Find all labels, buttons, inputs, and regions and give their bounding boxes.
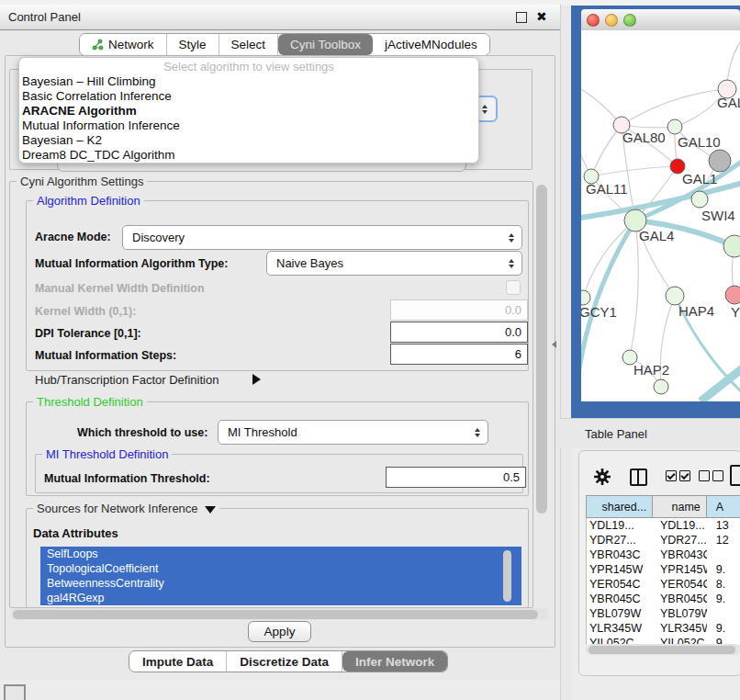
algorithm-definition-title: Algorithm Definition [33, 194, 144, 208]
column-header-shared[interactable]: shared... [587, 496, 653, 518]
table-cell: YER054C [653, 577, 707, 592]
table-panel-title: Table Panel [585, 427, 647, 441]
data-attributes-list[interactable]: SelfLoopsTopologicalCoefficientBetweenne… [40, 547, 521, 606]
columns-icon[interactable] [630, 469, 647, 486]
algorithm-option[interactable]: Dream8 DC_TDC Algorithm [19, 148, 478, 163]
kernel-width-field[interactable]: 0.0 [390, 299, 528, 321]
algorithm-option[interactable]: Mutual Information Inference [19, 119, 478, 133]
table-horizontal-scrollbar-thumb[interactable] [589, 646, 735, 654]
tab-infer-network[interactable]: Infer Network [342, 651, 447, 672]
apply-button-label: Apply [264, 625, 296, 638]
table-cell: YER054C [587, 577, 653, 592]
tab-discretize-data[interactable]: Discretize Data [227, 651, 342, 672]
network-node-gal10[interactable] [667, 119, 682, 134]
algorithm-option[interactable]: Bayesian – K2 [19, 133, 478, 148]
network-node[interactable] [723, 235, 740, 257]
tab-jactivemnodules-label: jActiveMNodules [385, 38, 477, 51]
table-row[interactable]: YLR345WYLR345W9. [587, 621, 740, 636]
table-header-row: shared... name A [586, 495, 740, 518]
table-row[interactable]: YBL079WYBL079W [587, 606, 740, 621]
kernel-width-label: Kernel Width (0,1): [35, 305, 136, 318]
data-attribute-item[interactable]: gal4RGexp [40, 591, 521, 605]
settings-horizontal-scrollbar-thumb[interactable] [13, 610, 538, 619]
zoom-traffic-light-icon[interactable] [623, 14, 636, 27]
tab-style-label: Style [179, 38, 207, 51]
algorithm-option[interactable]: ARACNE Algorithm [19, 104, 478, 119]
settings-horizontal-scrollbar[interactable] [11, 608, 549, 620]
column-header-third[interactable]: A [707, 496, 740, 518]
mi-type-combo[interactable]: Naive Bayes [266, 251, 522, 276]
settings-vertical-scrollbar[interactable] [536, 185, 547, 514]
hub-definition-toggle[interactable]: Hub/Transcription Factor Definition [35, 373, 219, 387]
table-rows[interactable]: YDL19...YDL19...13YDR27...YDR27...12YBR0… [586, 518, 740, 645]
close-traffic-light-icon[interactable] [587, 14, 600, 27]
algorithm-option[interactable]: Basic Correlation Inference [19, 89, 478, 104]
data-attribute-item[interactable]: TopologicalCoefficient [40, 561, 521, 576]
hub-expand-arrow-icon[interactable] [252, 374, 261, 385]
tab-cyni-toolbox[interactable]: Cyni Toolbox [278, 34, 373, 55]
apply-button[interactable]: Apply [248, 621, 311, 642]
table-row[interactable]: YER054CYER054C8. [587, 577, 740, 592]
sources-title: Sources for Network Inference [33, 502, 219, 515]
table-row[interactable]: YBR043CYBR043C [587, 548, 740, 562]
network-node-hap4[interactable] [666, 287, 684, 305]
network-node[interactable] [654, 379, 668, 394]
table-horizontal-scrollbar[interactable] [586, 644, 740, 655]
network-node-y[interactable] [725, 286, 740, 304]
mi-threshold-field[interactable]: 0.5 [386, 467, 526, 488]
minimized-panel-icon[interactable] [4, 684, 26, 700]
sources-title-text: Sources for Network Inference [37, 502, 198, 515]
close-icon[interactable]: ✖ [536, 9, 547, 24]
tab-style[interactable]: Style [167, 34, 219, 55]
mi-type-label: Mutual Information Algorithm Type: [35, 257, 228, 270]
stepper-down-icon [482, 110, 488, 114]
data-attribute-item[interactable]: SelfLoops [40, 547, 521, 561]
which-threshold-value: MI Threshold [228, 425, 471, 439]
aracne-mode-combo[interactable]: Discovery [122, 225, 522, 250]
algorithm-option[interactable]: Bayesian – Hill Climbing [19, 74, 478, 89]
table-cell: 12 [707, 533, 740, 548]
network-edge[interactable] [591, 166, 678, 176]
manual-kernel-checkbox[interactable] [506, 280, 521, 295]
network-window-titlebar[interactable] [581, 9, 740, 31]
column-header-name[interactable]: name [653, 496, 707, 518]
network-node-gcy1[interactable] [581, 290, 590, 305]
table-row[interactable]: YDR27...YDR27...12 [587, 533, 740, 548]
document-icon[interactable] [730, 465, 740, 486]
algorithm-dropdown-popup: Select algorithm to view settings Bayesi… [18, 57, 479, 164]
aracne-mode-value: Discovery [132, 231, 505, 244]
tab-jactivemnodules[interactable]: jActiveMNodules [373, 34, 489, 55]
hub-definition-label: Hub/Transcription Factor Definition [35, 373, 219, 387]
minimize-traffic-light-icon[interactable] [605, 14, 618, 27]
table-cell [707, 606, 740, 621]
network-edge[interactable] [630, 220, 638, 357]
table-row[interactable]: YPR145WYPR145W9. [587, 562, 740, 577]
float-window-icon[interactable] [516, 12, 527, 23]
table-row[interactable]: YBR045CYBR045C9. [587, 592, 740, 606]
combo-stepper-icon [471, 428, 484, 437]
network-node-label: SWI4 [701, 208, 735, 223]
network-edge[interactable] [591, 125, 622, 176]
select-all-columns-icon[interactable] [666, 470, 693, 481]
tab-network[interactable]: Network [80, 34, 167, 55]
data-attribute-item[interactable]: BetweennessCentrality [40, 576, 521, 591]
which-threshold-combo[interactable]: MI Threshold [218, 420, 488, 445]
control-panel-titlebar: Control Panel [0, 5, 560, 30]
network-node[interactable] [709, 150, 731, 172]
dpi-tolerance-field[interactable]: 0.0 [390, 322, 528, 343]
network-view-canvas[interactable]: GALGAL80GAL10GAL1GAL11SWI4GAL4GCY1HAP4YH… [581, 30, 740, 401]
network-node-label: HAP2 [633, 362, 669, 378]
attributes-list-scrollbar[interactable] [503, 550, 511, 602]
mi-steps-label: Mutual Information Steps: [35, 349, 176, 362]
gear-icon[interactable] [593, 468, 611, 489]
network-node-label: GAL1 [682, 171, 717, 186]
tab-impute-data[interactable]: Impute Data [129, 651, 227, 672]
tab-select[interactable]: Select [219, 34, 279, 55]
splitter-collapse-icon[interactable] [552, 341, 556, 348]
mi-steps-field[interactable]: 6 [390, 344, 528, 365]
deselect-all-columns-icon[interactable] [699, 470, 726, 481]
table-cell: YDL19... [587, 518, 653, 533]
table-row[interactable]: YDL19...YDL19...13 [587, 518, 740, 533]
network-node-swi4[interactable] [691, 191, 708, 208]
sources-collapse-arrow-icon[interactable] [205, 506, 216, 514]
